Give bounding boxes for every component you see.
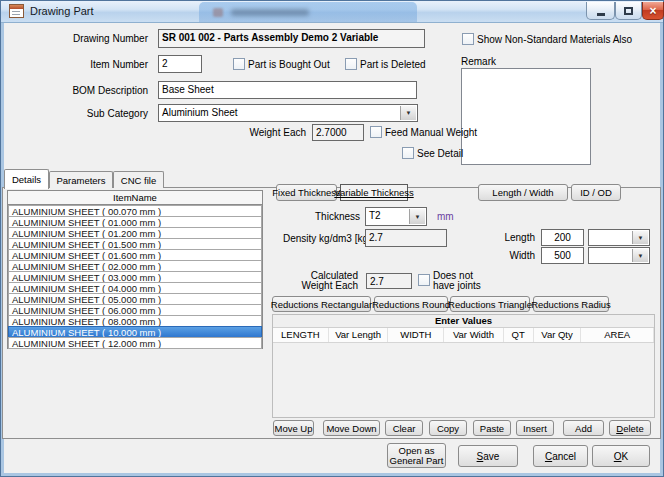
enter-values-grid: Enter Values LENGTHVar LengthWIDTHVar Wi… [272, 314, 655, 418]
weight-each-label: Weight Each [240, 127, 306, 138]
show-non-standard-checkbox[interactable] [462, 33, 474, 45]
drawing-number-label: Drawing Number [58, 33, 148, 44]
width-unit-dropdown[interactable]: ▼ [588, 247, 650, 264]
grid-column-var-length: Var Length [329, 328, 389, 342]
reductions-radius-button[interactable]: Reductions Radius [533, 296, 609, 312]
reductions-round-button[interactable]: Reductions Round [374, 296, 448, 312]
density-field[interactable]: 2.7 [365, 229, 447, 247]
window-title: Drawing Part [30, 5, 94, 17]
ok-button[interactable]: OK [592, 445, 650, 467]
drawing-part-window: Drawing Part × Drawing Number SR 001 002… [0, 0, 664, 477]
open-as-general-part-button[interactable]: Open as General Part [387, 443, 446, 468]
delete-button[interactable]: Delete [609, 420, 651, 436]
clear-button[interactable]: Clear [385, 420, 423, 436]
feed-manual-weight-label: Feed Manual Weight [385, 127, 477, 138]
tab-parameters[interactable]: Parameters [49, 171, 113, 188]
open-general-label: Open as General Part [390, 446, 444, 466]
chevron-down-icon[interactable]: ▼ [632, 249, 648, 262]
copy-button[interactable]: Copy [429, 420, 467, 436]
chevron-down-icon[interactable]: ▼ [632, 231, 648, 244]
grid-column-length: LENGTH [273, 328, 329, 342]
remark-label: Remark [461, 56, 496, 67]
length-unit-dropdown[interactable]: ▼ [588, 229, 650, 246]
no-joints-label: Does not have joints [433, 271, 481, 291]
remark-textarea[interactable] [461, 68, 591, 165]
sub-category-value: Aluminium Sheet [162, 107, 238, 118]
chevron-down-icon[interactable]: ▼ [409, 209, 425, 224]
length-field[interactable]: 200 [541, 229, 584, 246]
id-od-button[interactable]: ID / OD [571, 184, 621, 201]
tab-details[interactable]: Details [4, 169, 49, 189]
move-up-button[interactable]: Move Up [273, 420, 314, 436]
grid-column-var-width: Var Width [444, 328, 504, 342]
item-list-header: ItemName [8, 191, 262, 205]
maximize-icon [624, 7, 633, 15]
weight-each-field[interactable]: 2.7000 [312, 124, 364, 141]
calculated-weight-label: Calculated Weight Each [295, 271, 358, 291]
reductions-rectangular-button[interactable]: Reductions Rectangular [272, 296, 371, 312]
minimize-button[interactable] [586, 2, 615, 20]
thickness-dropdown[interactable]: T2 ▼ [365, 207, 427, 226]
grid-column-qt: QT [504, 328, 534, 342]
part-deleted-checkbox[interactable] [345, 58, 357, 70]
thickness-value: T2 [369, 210, 381, 221]
calculated-weight-line2: Weight Each [301, 280, 358, 291]
item-number-field[interactable]: 2 [158, 55, 202, 73]
app-icon [9, 4, 24, 18]
cancel-button[interactable]: Cancel [533, 445, 588, 467]
sub-category-dropdown[interactable]: Aluminium Sheet ▼ [158, 104, 418, 122]
part-bought-out-checkbox[interactable] [233, 58, 245, 70]
open-general-line2: General Part [390, 455, 444, 466]
no-joints-checkbox[interactable] [418, 274, 430, 286]
part-deleted-label: Part is Deleted [360, 59, 426, 70]
grid-column-headers: LENGTHVar LengthWIDTHVar WidthQTVar QtyA… [273, 328, 654, 343]
see-detail-label: See Detail [417, 148, 463, 159]
grid-column-area: AREA [581, 328, 654, 342]
length-width-button[interactable]: Length / Width [478, 184, 568, 201]
maximize-button[interactable] [615, 2, 642, 20]
minimize-icon [597, 13, 605, 16]
background-window-icon [213, 8, 223, 17]
thickness-unit-label: mm [437, 211, 454, 222]
background-window-title-blur [231, 9, 309, 16]
add-button[interactable]: Add [563, 420, 604, 436]
see-detail-checkbox[interactable] [402, 147, 414, 159]
close-button[interactable]: × [642, 2, 664, 20]
bom-description-field[interactable]: Base Sheet [158, 81, 417, 99]
save-button[interactable]: Save [458, 445, 518, 467]
item-list: ItemName ALUMINIUM SHEET ( 00.070 mm )AL… [7, 190, 263, 349]
grid-body[interactable] [273, 343, 654, 419]
show-non-standard-label: Show Non-Standard Materials Also [477, 34, 632, 45]
drawing-number-field[interactable]: SR 001 002 - Parts Assembly Demo 2 Varia… [158, 29, 425, 48]
sub-category-label: Sub Category [58, 108, 148, 119]
background-window-tab [199, 2, 417, 22]
thickness-label: Thickness [290, 211, 360, 222]
tab-cnc-file[interactable]: CNC file [113, 171, 164, 188]
fixed-thickness-button[interactable]: Fixed Thickness [276, 184, 337, 201]
item-list-rows: ALUMINIUM SHEET ( 00.070 mm )ALUMINIUM S… [8, 205, 262, 349]
bom-description-label: BOM Description [48, 85, 148, 96]
paste-button[interactable]: Paste [473, 420, 511, 436]
chevron-down-icon[interactable]: ▼ [400, 106, 416, 120]
width-label: Width [495, 250, 535, 261]
insert-button[interactable]: Insert [516, 420, 554, 436]
list-item[interactable]: ALUMINIUM SHEET ( 12.000 mm ) [8, 337, 262, 349]
length-label: Length [495, 232, 535, 243]
width-field[interactable]: 500 [541, 247, 584, 264]
title-bar: Drawing Part × [1, 1, 663, 23]
item-number-label: Item Number [58, 59, 148, 70]
grid-title: Enter Values [273, 315, 654, 328]
grid-column-width: WIDTH [388, 328, 444, 342]
part-bought-out-label: Part is Bought Out [248, 59, 330, 70]
variable-thickness-button[interactable]: Variable Thickness [340, 184, 408, 201]
close-icon: × [649, 4, 656, 18]
reductions-triangle-button[interactable]: Reductions Triangle [450, 296, 530, 312]
grid-column-var-qty: Var Qty [534, 328, 582, 342]
calculated-weight-field[interactable]: 2.7 [366, 273, 412, 289]
no-joints-line2: have joints [433, 280, 481, 291]
density-label: Density kg/dm3 [kg/l] [283, 233, 376, 244]
move-down-button[interactable]: Move Down [323, 420, 380, 436]
feed-manual-weight-checkbox[interactable] [370, 126, 382, 138]
